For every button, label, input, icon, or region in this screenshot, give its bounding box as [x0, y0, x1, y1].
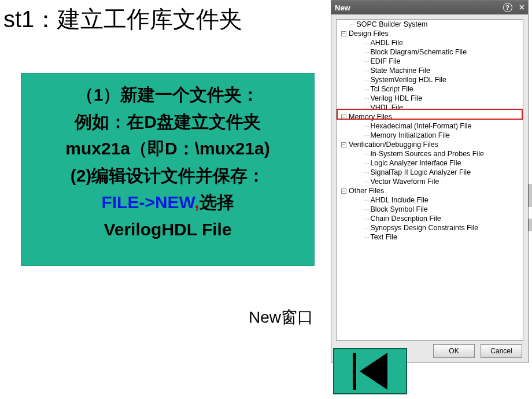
- minus-icon[interactable]: −: [341, 142, 346, 147]
- tree-category-design[interactable]: −Design Files: [337, 29, 523, 38]
- tree-item-sopc[interactable]: SOPC Builder System: [337, 20, 523, 29]
- new-dialog: New ? × SOPC Builder System −Design File…: [331, 0, 529, 363]
- tree-item[interactable]: SignalTap II Logic Analyzer File: [337, 168, 523, 177]
- dialog-titlebar[interactable]: New ? ×: [331, 1, 528, 14]
- tree-item[interactable]: Memory Initialization File: [337, 131, 523, 140]
- tree-item[interactable]: EDIF File: [337, 57, 523, 66]
- prev-nav-button[interactable]: [333, 348, 407, 394]
- cancel-button[interactable]: Cancel: [481, 344, 522, 358]
- tree-item[interactable]: SystemVerilog HDL File: [337, 75, 523, 84]
- tree-item[interactable]: Tcl Script File: [337, 84, 523, 94]
- instruction-line-4: (2)编辑设计文件并保存：: [27, 162, 308, 190]
- tree-item[interactable]: Logic Analyzer Interface File: [337, 158, 523, 168]
- help-icon[interactable]: ?: [503, 3, 512, 12]
- comma: ,: [194, 193, 199, 212]
- ok-button[interactable]: OK: [433, 344, 475, 358]
- tree-category-other[interactable]: −Other Files: [337, 186, 523, 195]
- file-type-tree: SOPC Builder System −Design Files AHDL F…: [336, 19, 523, 341]
- minus-icon[interactable]: −: [341, 114, 346, 120]
- minus-icon[interactable]: −: [341, 189, 346, 194]
- dialog-title: New: [335, 3, 350, 12]
- dialog-caption: New窗口: [249, 306, 313, 328]
- tree-item[interactable]: VHDL File: [337, 103, 523, 112]
- tree-category-verification[interactable]: −Verification/Debugging Files: [337, 140, 523, 149]
- tree-item-verilog-hdl[interactable]: Verilog HDL File: [337, 94, 523, 103]
- bar-icon: [353, 353, 356, 390]
- side-decoration: [529, 219, 532, 231]
- page-title: st1：建立工作库文件夹: [3, 3, 242, 35]
- select-text: 选择: [200, 193, 234, 212]
- tree-item[interactable]: AHDL Include File: [337, 195, 523, 205]
- tree-item[interactable]: Synopsys Design Constraints File: [337, 223, 523, 232]
- tree-item[interactable]: Chain Description File: [337, 214, 523, 223]
- file-new-text: FILE->NEW: [101, 193, 194, 212]
- instruction-line-5: FILE->NEW,选择: [27, 189, 308, 216]
- instruction-line-2: 例如：在D盘建立文件夹: [27, 109, 308, 136]
- instruction-line-1: （1）新建一个文件夹：: [27, 82, 308, 109]
- instruction-box: （1）新建一个文件夹： 例如：在D盘建立文件夹 mux21a（即D：\mux21…: [21, 73, 315, 266]
- triangle-left-icon: [360, 353, 387, 390]
- tree-item[interactable]: AHDL File: [337, 38, 523, 47]
- minus-icon[interactable]: −: [341, 31, 346, 36]
- tree-category-memory[interactable]: −Memory Files: [337, 112, 523, 121]
- instruction-line-3: mux21a（即D：\mux21a): [27, 135, 308, 162]
- tree-item[interactable]: Block Diagram/Schematic File: [337, 47, 523, 57]
- tree-item[interactable]: Vector Waveform File: [337, 177, 523, 186]
- tree-item[interactable]: Text File: [337, 232, 523, 242]
- dialog-buttons: OK Cancel: [433, 344, 522, 358]
- tree-item[interactable]: Block Symbol File: [337, 205, 523, 214]
- tree-item[interactable]: State Machine File: [337, 66, 523, 75]
- side-decoration: [529, 184, 532, 207]
- tree-item[interactable]: Hexadecimal (Intel-Format) File: [337, 121, 523, 131]
- tree-item[interactable]: In-System Sources and Probes File: [337, 149, 523, 158]
- close-icon[interactable]: ×: [519, 2, 524, 13]
- instruction-line-6: VerilogHDL File: [27, 216, 308, 243]
